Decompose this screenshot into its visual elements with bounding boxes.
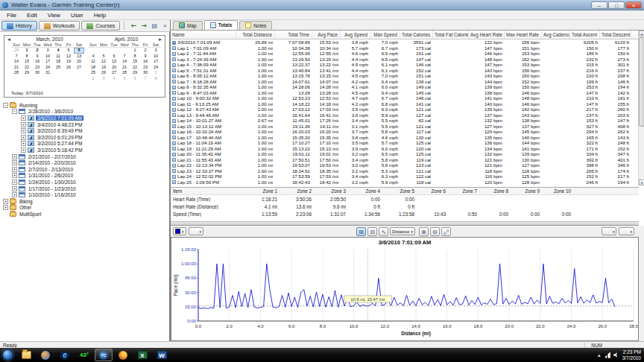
tree-item-1-31-2010-2-6-2010[interactable]: +1/31/2010 - 2/6/2010 xyxy=(0,173,169,180)
history-button[interactable]: History xyxy=(1,21,37,31)
calendar-day[interactable]: 7 xyxy=(140,76,151,82)
column-header[interactable]: Avg Cadence xyxy=(542,31,570,39)
table-row[interactable]: 3/6/2010 7:01:09 AM26.88 mi7:07:08.8615:… xyxy=(171,39,639,45)
tree-item-2-21-2010-2-27-2010[interactable]: +2/21/2010 - 2/27/2010 xyxy=(0,153,169,160)
table-row[interactable]: Lap 7 - 8:18:28 AM1.00 mi14:07.6114:07 /… xyxy=(171,79,639,85)
series-select-2[interactable]: ▾ xyxy=(189,227,204,235)
taskbar-weather-icon[interactable]: 43° xyxy=(75,349,93,361)
calendar-day[interactable]: 14 xyxy=(119,59,130,65)
courses-button[interactable]: Courses xyxy=(81,21,120,31)
calendar-day[interactable]: 29 xyxy=(22,70,32,76)
tree-item-2-7-2010-2-13-2010[interactable]: +2/7/2010 - 2/13/2010 xyxy=(0,166,169,173)
tree-item-3-1-2010-5-18-42-pm[interactable]: +3/1/2010 5:18:42 PM xyxy=(0,147,169,153)
delete-icon[interactable]: × xyxy=(160,21,170,31)
expand-icon[interactable]: + xyxy=(3,199,8,204)
menu-help[interactable]: Help xyxy=(89,11,111,19)
table-row[interactable]: Lap 14 - 10:01:27 AM0.67 mi11:45.0117:26… xyxy=(171,118,639,124)
calendar-day[interactable]: 8 xyxy=(22,54,32,60)
copy-icon[interactable]: ▤ xyxy=(149,21,160,31)
calendar-day[interactable]: 31 xyxy=(42,70,53,76)
table-row[interactable]: Lap 2 - 7:11:44 AM1.00 mi12:55.0612:55 /… xyxy=(171,51,639,57)
expand-icon[interactable]: + xyxy=(12,160,17,165)
calendar-day[interactable]: 19 xyxy=(63,59,74,65)
tab-totals[interactable]: Totals xyxy=(204,20,239,30)
table-row[interactable]: Lap 20 - 11:36:42 AM1.00 mi19:01.1119:01… xyxy=(171,151,639,157)
calendar-day[interactable]: 16 xyxy=(140,59,151,65)
tab-notes[interactable]: Notes xyxy=(239,21,272,30)
calendar-day[interactable]: 9 xyxy=(32,54,42,60)
tree-item-2-28-2010-3-6-2010[interactable]: −2/28/2010 - 3/6/2010 xyxy=(0,109,169,115)
calendar-day[interactable]: 4 xyxy=(53,48,63,54)
maximize-button[interactable]: □ xyxy=(608,1,625,9)
column-header[interactable]: Total Calories xyxy=(400,31,433,39)
taskbar-word-icon[interactable]: W xyxy=(153,349,171,361)
calendar-day[interactable]: 15 xyxy=(22,59,32,65)
tree-item-1-24-2010-1-30-2010[interactable]: +1/24/2010 - 1/30/2010 xyxy=(0,179,169,185)
calendar-day[interactable]: 23 xyxy=(32,65,42,71)
calendar-day[interactable]: 5 xyxy=(119,76,130,82)
column-header[interactable]: Max Speed xyxy=(370,31,400,39)
x-axis-select[interactable]: Distance▾ xyxy=(390,227,415,235)
table-row[interactable]: Lap 17 - 10:48:44 AM1.00 mi15:35.2015:35… xyxy=(171,135,639,141)
calendar-day[interactable]: 22 xyxy=(22,65,32,71)
tree-item-biking[interactable]: +Biking xyxy=(0,198,169,205)
calendar-day[interactable]: 25 xyxy=(53,65,63,71)
column-header[interactable]: Total Descent xyxy=(600,31,631,39)
calendar-day[interactable]: 21 xyxy=(11,65,22,71)
calendar-day[interactable]: 10 xyxy=(151,54,161,60)
taskbar-firefox-icon[interactable] xyxy=(114,349,132,361)
scrollbar-thumb[interactable] xyxy=(639,37,644,127)
receive-from-device-icon[interactable]: ⇽ xyxy=(128,21,139,31)
calendar-day[interactable]: 18 xyxy=(88,65,98,71)
calendar-day[interactable]: 26 xyxy=(98,70,109,76)
column-header[interactable]: Avg Pace xyxy=(312,31,341,39)
expand-icon[interactable]: + xyxy=(12,154,17,159)
calendar-day[interactable]: 20 xyxy=(109,65,119,71)
calendar-day[interactable]: 30 xyxy=(32,70,42,76)
calendar-day[interactable]: 8 xyxy=(151,76,161,82)
tray-expand-icon[interactable]: ▲ xyxy=(597,353,602,358)
calendar-day[interactable]: 8 xyxy=(130,54,140,60)
tree-item-running[interactable]: −Running xyxy=(0,102,169,109)
calendar-day[interactable]: 28 xyxy=(11,70,22,76)
zoom-out-icon[interactable]: ⊖ xyxy=(430,227,440,236)
workouts-button[interactable]: Workouts xyxy=(39,21,80,31)
calendar-day[interactable]: 17 xyxy=(42,59,53,65)
calendar-day[interactable]: 5 xyxy=(63,48,74,54)
expand-icon[interactable]: + xyxy=(12,192,17,197)
calendar-day[interactable]: 17 xyxy=(151,59,161,65)
table-row[interactable]: Lap 11 - 9:13:25 AM1.00 mi14:18.2214:18 … xyxy=(171,101,639,107)
expand-icon[interactable]: + xyxy=(12,180,17,185)
send-to-device-icon[interactable]: ⇾ xyxy=(139,21,149,31)
calendar-day[interactable]: 1 xyxy=(130,48,140,54)
expand-icon[interactable]: + xyxy=(21,141,26,146)
expand-icon[interactable]: + xyxy=(21,128,26,133)
select-mode-icon[interactable]: ⊟ xyxy=(367,227,377,236)
laps-table-scrollbar[interactable]: ▲ ▼ xyxy=(638,31,644,185)
tree-item-multisport[interactable]: MultiSport xyxy=(0,211,169,217)
calendar-day[interactable]: 13 xyxy=(74,54,84,60)
calendar-day[interactable]: 28 xyxy=(11,48,22,54)
menu-file[interactable]: File xyxy=(1,11,22,19)
calendar-day[interactable]: 21 xyxy=(119,65,130,71)
calendar-day[interactable]: 11 xyxy=(53,54,63,60)
calendar-day[interactable]: 1 xyxy=(22,48,32,54)
table-row[interactable]: Lap 25 - 1:09:56 PM1.00 mi18:42.4318:42 … xyxy=(171,180,639,185)
menu-user[interactable]: User xyxy=(66,11,89,19)
table-row[interactable]: Lap 22 - 12:13:34 PM1.00 mi19:53.0719:53… xyxy=(171,162,639,168)
calendar-day[interactable]: 24 xyxy=(151,65,161,71)
collapse-icon[interactable]: − xyxy=(3,103,8,108)
calendar-day[interactable]: 27 xyxy=(74,65,84,71)
calendar-day[interactable]: 6 xyxy=(74,48,84,54)
pace-chart[interactable]: 3/6/2010 7:01:09 AM 0.02.04.06.08.010.01… xyxy=(171,237,639,341)
taskbar-internet-explorer-icon[interactable]: e xyxy=(56,349,74,361)
table-row[interactable]: Lap 19 - 11:21:29 AM1.00 mi15:13.2215:13… xyxy=(171,146,639,152)
window-titlebar[interactable]: Walter Evans - Garmin Training Center(r)… xyxy=(0,0,644,10)
column-header[interactable]: Avg Speed xyxy=(341,31,370,39)
column-header[interactable]: Max Heart Rate xyxy=(505,31,542,39)
calendar-day[interactable]: 1 xyxy=(151,70,161,76)
tree-item-3-6-2010-7-01-09-am[interactable]: +3/6/2010 7:01:09 AM xyxy=(0,115,169,121)
tree-item-1-17-2010-1-23-2010[interactable]: +1/17/2010 - 1/23/2010 xyxy=(0,185,169,192)
calendar-day[interactable]: 13 xyxy=(109,59,119,65)
zoom-fit-icon[interactable]: ⤢ xyxy=(441,227,451,236)
